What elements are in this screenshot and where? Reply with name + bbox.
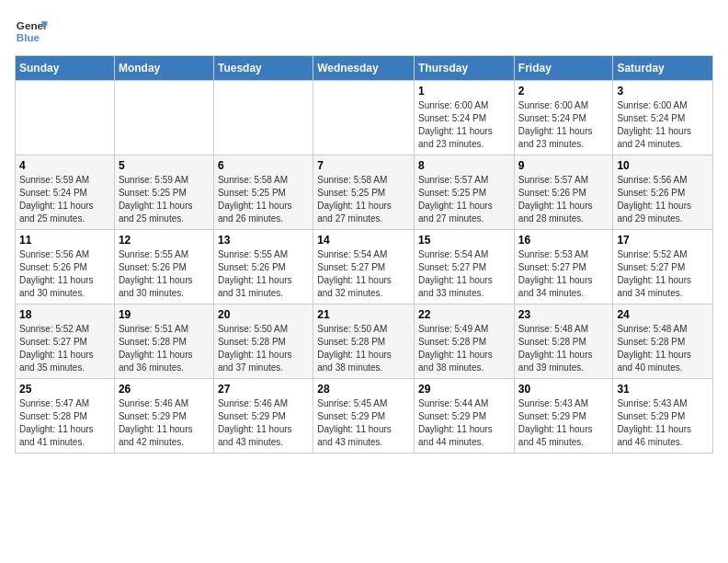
day-number: 7 xyxy=(317,159,410,172)
day-number: 28 xyxy=(317,383,410,396)
day-info: Sunrise: 5:55 AM Sunset: 5:26 PM Dayligh… xyxy=(218,248,309,300)
logo-icon: General Blue xyxy=(15,15,48,48)
weekday-header-row: SundayMondayTuesdayWednesdayThursdayFrid… xyxy=(16,56,713,81)
day-info: Sunrise: 6:00 AM Sunset: 5:24 PM Dayligh… xyxy=(518,99,609,151)
weekday-header-tuesday: Tuesday xyxy=(213,56,313,81)
day-info: Sunrise: 5:55 AM Sunset: 5:26 PM Dayligh… xyxy=(119,248,210,300)
calendar-week-row: 1Sunrise: 6:00 AM Sunset: 5:24 PM Daylig… xyxy=(16,81,713,155)
day-info: Sunrise: 5:56 AM Sunset: 5:26 PM Dayligh… xyxy=(19,248,110,300)
calendar-cell: 28Sunrise: 5:45 AM Sunset: 5:29 PM Dayli… xyxy=(313,379,415,454)
weekday-header-wednesday: Wednesday xyxy=(313,56,415,81)
calendar-cell: 7Sunrise: 5:58 AM Sunset: 5:25 PM Daylig… xyxy=(313,155,415,230)
day-number: 11 xyxy=(19,234,110,247)
day-number: 16 xyxy=(518,234,609,247)
svg-text:Blue: Blue xyxy=(17,31,40,43)
day-info: Sunrise: 5:59 AM Sunset: 5:24 PM Dayligh… xyxy=(19,174,110,225)
day-number: 15 xyxy=(418,234,510,247)
calendar-cell: 24Sunrise: 5:48 AM Sunset: 5:28 PM Dayli… xyxy=(613,304,713,379)
calendar-cell: 6Sunrise: 5:58 AM Sunset: 5:25 PM Daylig… xyxy=(213,155,313,230)
weekday-header-saturday: Saturday xyxy=(613,56,713,81)
calendar-cell: 22Sunrise: 5:49 AM Sunset: 5:28 PM Dayli… xyxy=(415,304,515,379)
day-number: 29 xyxy=(418,383,510,396)
day-info: Sunrise: 5:45 AM Sunset: 5:29 PM Dayligh… xyxy=(317,397,410,449)
day-number: 3 xyxy=(617,85,709,98)
day-number: 2 xyxy=(518,85,609,98)
calendar-cell xyxy=(213,81,313,155)
day-info: Sunrise: 5:51 AM Sunset: 5:28 PM Dayligh… xyxy=(119,323,210,374)
day-info: Sunrise: 5:50 AM Sunset: 5:28 PM Dayligh… xyxy=(218,323,309,374)
calendar-cell: 10Sunrise: 5:56 AM Sunset: 5:26 PM Dayli… xyxy=(613,155,713,230)
calendar-cell: 23Sunrise: 5:48 AM Sunset: 5:28 PM Dayli… xyxy=(514,304,613,379)
day-number: 17 xyxy=(617,234,709,247)
calendar-cell: 2Sunrise: 6:00 AM Sunset: 5:24 PM Daylig… xyxy=(514,81,613,155)
day-info: Sunrise: 5:47 AM Sunset: 5:28 PM Dayligh… xyxy=(19,397,110,449)
day-number: 12 xyxy=(119,234,210,247)
day-number: 14 xyxy=(317,234,410,247)
day-info: Sunrise: 6:00 AM Sunset: 5:24 PM Dayligh… xyxy=(617,99,709,151)
day-info: Sunrise: 5:48 AM Sunset: 5:28 PM Dayligh… xyxy=(617,323,709,374)
calendar-cell: 30Sunrise: 5:43 AM Sunset: 5:29 PM Dayli… xyxy=(514,379,613,454)
calendar-cell: 16Sunrise: 5:53 AM Sunset: 5:27 PM Dayli… xyxy=(514,230,613,304)
day-info: Sunrise: 5:50 AM Sunset: 5:28 PM Dayligh… xyxy=(317,323,410,374)
day-info: Sunrise: 5:46 AM Sunset: 5:29 PM Dayligh… xyxy=(218,397,309,449)
calendar-cell: 27Sunrise: 5:46 AM Sunset: 5:29 PM Dayli… xyxy=(213,379,313,454)
day-number: 25 xyxy=(19,383,110,396)
day-number: 22 xyxy=(418,308,510,321)
day-info: Sunrise: 5:57 AM Sunset: 5:26 PM Dayligh… xyxy=(518,174,609,225)
day-number: 6 xyxy=(218,159,309,172)
day-info: Sunrise: 5:54 AM Sunset: 5:27 PM Dayligh… xyxy=(317,248,410,300)
calendar-header: SundayMondayTuesdayWednesdayThursdayFrid… xyxy=(16,56,713,81)
day-info: Sunrise: 5:56 AM Sunset: 5:26 PM Dayligh… xyxy=(617,174,709,225)
day-number: 21 xyxy=(317,308,410,321)
calendar-cell: 13Sunrise: 5:55 AM Sunset: 5:26 PM Dayli… xyxy=(213,230,313,304)
day-info: Sunrise: 5:53 AM Sunset: 5:27 PM Dayligh… xyxy=(518,248,609,300)
day-info: Sunrise: 5:43 AM Sunset: 5:29 PM Dayligh… xyxy=(617,397,709,449)
day-info: Sunrise: 5:52 AM Sunset: 5:27 PM Dayligh… xyxy=(617,248,709,300)
calendar-cell xyxy=(313,81,415,155)
day-info: Sunrise: 5:58 AM Sunset: 5:25 PM Dayligh… xyxy=(218,174,309,225)
calendar-cell: 26Sunrise: 5:46 AM Sunset: 5:29 PM Dayli… xyxy=(114,379,213,454)
weekday-header-thursday: Thursday xyxy=(415,56,515,81)
day-number: 19 xyxy=(119,308,210,321)
day-info: Sunrise: 5:48 AM Sunset: 5:28 PM Dayligh… xyxy=(518,323,609,374)
day-info: Sunrise: 5:59 AM Sunset: 5:25 PM Dayligh… xyxy=(119,174,210,225)
weekday-header-friday: Friday xyxy=(514,56,613,81)
calendar-cell: 14Sunrise: 5:54 AM Sunset: 5:27 PM Dayli… xyxy=(313,230,415,304)
day-number: 1 xyxy=(418,85,510,98)
day-info: Sunrise: 6:00 AM Sunset: 5:24 PM Dayligh… xyxy=(418,99,510,151)
day-number: 5 xyxy=(119,159,210,172)
calendar-cell: 19Sunrise: 5:51 AM Sunset: 5:28 PM Dayli… xyxy=(114,304,213,379)
weekday-header-monday: Monday xyxy=(114,56,213,81)
calendar-cell: 15Sunrise: 5:54 AM Sunset: 5:27 PM Dayli… xyxy=(415,230,515,304)
page-header: General Blue xyxy=(15,15,713,48)
day-info: Sunrise: 5:49 AM Sunset: 5:28 PM Dayligh… xyxy=(418,323,510,374)
day-info: Sunrise: 5:44 AM Sunset: 5:29 PM Dayligh… xyxy=(418,397,510,449)
calendar-cell xyxy=(16,81,115,155)
day-number: 23 xyxy=(518,308,609,321)
calendar-cell: 25Sunrise: 5:47 AM Sunset: 5:28 PM Dayli… xyxy=(16,379,115,454)
calendar-cell: 11Sunrise: 5:56 AM Sunset: 5:26 PM Dayli… xyxy=(16,230,115,304)
day-info: Sunrise: 5:52 AM Sunset: 5:27 PM Dayligh… xyxy=(19,323,110,374)
calendar-cell: 9Sunrise: 5:57 AM Sunset: 5:26 PM Daylig… xyxy=(514,155,613,230)
calendar-cell: 3Sunrise: 6:00 AM Sunset: 5:24 PM Daylig… xyxy=(613,81,713,155)
calendar-cell: 4Sunrise: 5:59 AM Sunset: 5:24 PM Daylig… xyxy=(16,155,115,230)
day-info: Sunrise: 5:46 AM Sunset: 5:29 PM Dayligh… xyxy=(119,397,210,449)
calendar-cell: 20Sunrise: 5:50 AM Sunset: 5:28 PM Dayli… xyxy=(213,304,313,379)
calendar-cell: 1Sunrise: 6:00 AM Sunset: 5:24 PM Daylig… xyxy=(415,81,515,155)
day-number: 18 xyxy=(19,308,110,321)
day-number: 9 xyxy=(518,159,609,172)
weekday-header-sunday: Sunday xyxy=(16,56,115,81)
day-number: 26 xyxy=(119,383,210,396)
day-info: Sunrise: 5:43 AM Sunset: 5:29 PM Dayligh… xyxy=(518,397,609,449)
day-number: 10 xyxy=(617,159,709,172)
day-number: 24 xyxy=(617,308,709,321)
day-number: 31 xyxy=(617,383,709,396)
day-number: 13 xyxy=(218,234,309,247)
calendar-week-row: 18Sunrise: 5:52 AM Sunset: 5:27 PM Dayli… xyxy=(16,304,713,379)
day-number: 20 xyxy=(218,308,309,321)
day-number: 27 xyxy=(218,383,309,396)
calendar-cell: 8Sunrise: 5:57 AM Sunset: 5:25 PM Daylig… xyxy=(415,155,515,230)
logo: General Blue xyxy=(15,15,48,48)
calendar-cell: 21Sunrise: 5:50 AM Sunset: 5:28 PM Dayli… xyxy=(313,304,415,379)
day-number: 30 xyxy=(518,383,609,396)
